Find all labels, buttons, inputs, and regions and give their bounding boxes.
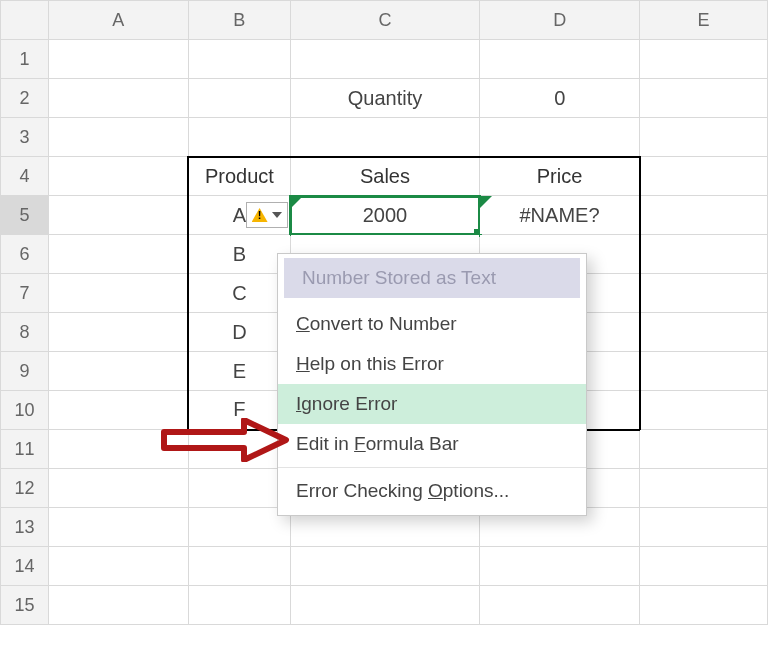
row-header-15[interactable]: 15 [1,586,49,625]
row-header-5[interactable]: 5 [1,196,49,235]
cell-d5[interactable]: #NAME? [480,196,640,235]
cell[interactable] [48,157,188,196]
cell[interactable] [48,586,188,625]
cell[interactable] [188,547,290,586]
col-header-a[interactable]: A [48,1,188,40]
row-header-4[interactable]: 4 [1,157,49,196]
cell[interactable] [640,391,768,430]
row-header-14[interactable]: 14 [1,547,49,586]
cell[interactable] [290,40,480,79]
cell-c4[interactable]: Sales [290,157,480,196]
row-header-8[interactable]: 8 [1,313,49,352]
cell[interactable] [640,235,768,274]
cell[interactable] [188,586,290,625]
cell[interactable] [290,586,480,625]
menu-title: Number Stored as Text [284,258,580,298]
cell[interactable] [640,79,768,118]
row-header-2[interactable]: 2 [1,79,49,118]
cell-b5-value: A [233,204,246,226]
row-header-6[interactable]: 6 [1,235,49,274]
cell[interactable] [640,508,768,547]
row-header-13[interactable]: 13 [1,508,49,547]
cell[interactable] [290,118,480,157]
col-header-d[interactable]: D [480,1,640,40]
cell[interactable] [48,235,188,274]
cell[interactable] [640,430,768,469]
cell-d4[interactable]: Price [480,157,640,196]
error-smart-tag[interactable]: ! [246,202,288,228]
cell-d2[interactable]: 0 [480,79,640,118]
cell[interactable] [48,469,188,508]
menu-error-checking-options[interactable]: Error Checking Options... [278,471,586,511]
col-header-c[interactable]: C [290,1,480,40]
row-header-10[interactable]: 10 [1,391,49,430]
dropdown-arrow-icon [272,212,282,218]
cell[interactable] [480,118,640,157]
menu-edit-in-formula-bar[interactable]: Edit in Formula Bar [278,424,586,464]
cell[interactable] [640,196,768,235]
cell[interactable] [640,313,768,352]
cell[interactable] [640,586,768,625]
select-all-corner[interactable] [1,1,49,40]
cell[interactable] [640,469,768,508]
menu-help-on-error[interactable]: Help on this Error [278,344,586,384]
cell[interactable] [188,469,290,508]
row-header-3[interactable]: 3 [1,118,49,157]
cell[interactable] [188,118,290,157]
row-header-11[interactable]: 11 [1,430,49,469]
menu-separator [278,467,586,468]
cell[interactable] [640,118,768,157]
cell[interactable] [188,430,290,469]
row-header-7[interactable]: 7 [1,274,49,313]
cell[interactable] [188,79,290,118]
cell[interactable] [48,352,188,391]
cell[interactable] [48,40,188,79]
menu-convert-to-number[interactable]: Convert to Number [278,304,586,344]
cell[interactable] [480,40,640,79]
cell[interactable] [640,547,768,586]
cell[interactable] [640,352,768,391]
col-header-b[interactable]: B [188,1,290,40]
cell[interactable] [188,40,290,79]
cell-b6[interactable]: B [188,235,290,274]
cell-b9[interactable]: E [188,352,290,391]
cell[interactable] [640,40,768,79]
menu-ignore-error[interactable]: Ignore Error [278,384,586,424]
error-context-menu: Number Stored as Text Convert to Number … [277,253,587,516]
cell[interactable] [48,79,188,118]
cell[interactable] [188,508,290,547]
cell[interactable] [48,118,188,157]
cell-b10[interactable]: F [188,391,290,430]
cell[interactable] [290,547,480,586]
row-header-12[interactable]: 12 [1,469,49,508]
row-header-9[interactable]: 9 [1,352,49,391]
cell-b8[interactable]: D [188,313,290,352]
col-header-e[interactable]: E [640,1,768,40]
warning-icon: ! [252,208,268,222]
cell[interactable] [48,391,188,430]
cell-b5[interactable]: A ! [188,196,290,235]
cell[interactable] [640,274,768,313]
cell[interactable] [480,547,640,586]
cell[interactable] [640,157,768,196]
cell[interactable] [48,547,188,586]
cell[interactable] [48,196,188,235]
cell-c2[interactable]: Quantity [290,79,480,118]
cell-b4[interactable]: Product [188,157,290,196]
row-header-1[interactable]: 1 [1,40,49,79]
cell[interactable] [48,274,188,313]
cell[interactable] [480,586,640,625]
cell[interactable] [48,430,188,469]
cell-c5-selected[interactable]: 2000 [290,196,480,235]
cell[interactable] [48,508,188,547]
cell[interactable] [48,313,188,352]
cell-b7[interactable]: C [188,274,290,313]
